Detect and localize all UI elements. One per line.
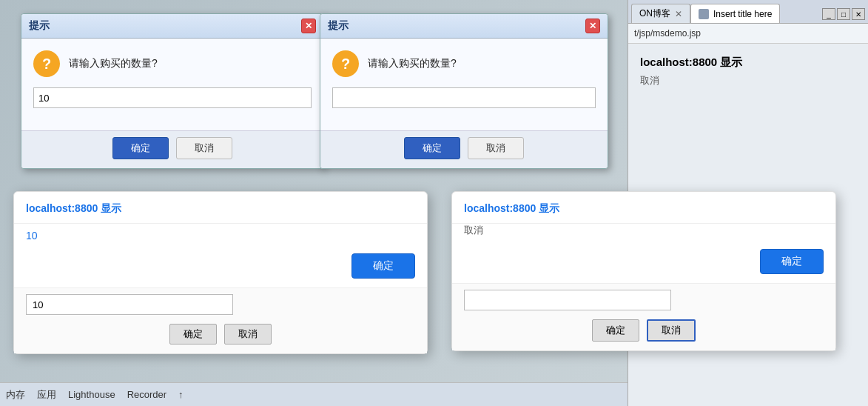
alert-2-host-text: localhost:8800 显示 [464,202,559,214]
dialog-2-footer: 确定 取消 [320,130,608,168]
alert-1-host: localhost:8800 显示 [26,202,415,216]
minimize-button[interactable]: _ [822,8,835,20]
alert-2-header: localhost:8800 显示 [452,192,835,224]
alert-1-header: localhost:8800 显示 [14,192,427,224]
alert-dialog-1: localhost:8800 显示 10 确定 确定 取消 [13,191,428,354]
dialog-1-ok-button[interactable]: 确定 [112,137,169,159]
close-button[interactable]: ✕ [852,8,865,20]
dialog-2-body: ? 请输入购买的数量? [320,39,608,130]
dialog-2-cancel-button[interactable]: 取消 [468,137,524,159]
question-icon-2: ? [332,50,359,77]
taskbar-item-lighthouse[interactable]: Lighthouse [68,389,115,400]
dialog-2-question: 请输入购买的数量? [368,57,457,70]
alert-1-ok-button[interactable]: 确定 [351,253,415,279]
form-ok-button-1[interactable]: 确定 [169,324,217,345]
form-area-2 [452,283,835,319]
prompt-dialog-2: 提示 ✕ ? 请输入购买的数量? 确定 取消 [320,13,608,169]
browser-tab-1[interactable]: ON博客 ✕ [631,4,690,23]
dialog-1-title: 提示 [29,19,301,33]
form-ok-button-2[interactable]: 确定 [592,319,639,342]
dialog-2-row: ? 请输入购买的数量? [332,50,596,77]
alert-2-host: localhost:8800 显示 [464,202,824,216]
dialog-1-footer: 确定 取消 [21,130,323,168]
browser-tab-1-close[interactable]: ✕ [675,9,682,19]
dialog-1-cancel-button[interactable]: 取消 [176,137,232,159]
browser-tab-2[interactable]: Insert title here [690,4,780,23]
browser-content: localhost:8800 显示 取消 [628,44,868,99]
form-cancel-button-2[interactable]: 取消 [647,319,696,342]
browser-tab-2-label: Insert title here [713,9,772,19]
question-icon-1: ? [33,50,60,77]
dialog-1-row: ? 请输入购买的数量? [33,50,312,77]
dialog-1-titlebar: 提示 ✕ [21,14,323,39]
alert-2-footer: 确定 [452,243,835,283]
dialog-1-question: 请输入购买的数量? [69,57,158,70]
window-controls: _ □ ✕ [822,8,865,23]
taskbar-item-recorder[interactable]: Recorder [127,389,166,400]
form-cancel-button-1[interactable]: 取消 [224,324,272,345]
form-buttons-1: 确定 取消 [14,324,427,353]
dialog-2-ok-button[interactable]: 确定 [404,137,460,159]
tab-2-favicon [699,9,709,19]
browser-tab-1-label: ON博客 [639,7,670,20]
dialog-1-body: ? 请输入购买的数量? [21,39,323,130]
alert-1-host-text: localhost:8800 显示 [26,202,121,214]
browser-tabs: ON博客 ✕ Insert title here _ □ ✕ [628,0,868,24]
dialog-1-close-button[interactable]: ✕ [301,19,316,33]
form-area-1 [14,287,427,324]
dialog-2-titlebar: 提示 ✕ [320,14,608,39]
dialog-2-close-button[interactable]: ✕ [585,19,600,33]
alert-host-label-small: localhost:8800 显示 [640,56,856,70]
dialog-1-input[interactable] [33,87,312,108]
prompt-dialog-1: 提示 ✕ ? 请输入购买的数量? 确定 取消 [21,13,324,169]
alert-1-value: 10 [14,224,427,247]
taskbar-item-memory[interactable]: 内存 [6,388,25,402]
alert-1-footer: 确定 [14,247,427,287]
form-input-2[interactable] [464,290,671,310]
maximize-button[interactable]: □ [837,8,850,20]
address-bar-area: t/jsp/msdemo.jsp [628,24,868,44]
form-input-1[interactable] [26,294,233,315]
dialog-2-title: 提示 [328,19,585,33]
alert-dialog-2: localhost:8800 显示 取消 确定 确定 取消 [451,191,836,351]
dialog-2-input[interactable] [332,87,596,108]
alert-cancel-small: 取消 [640,74,856,87]
alert-2-cancel-text: 取消 [452,224,835,243]
address-text: t/jsp/msdemo.jsp [634,28,701,39]
form-buttons-2: 确定 取消 [452,319,835,350]
alert-2-ok-button[interactable]: 确定 [760,249,824,274]
taskbar-item-arrow[interactable]: ↑ [178,389,184,400]
taskbar-item-app[interactable]: 应用 [37,388,56,402]
